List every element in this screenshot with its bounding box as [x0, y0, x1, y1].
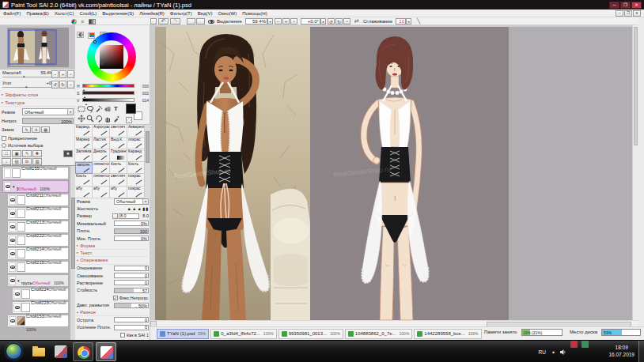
brush-cell[interactable]: светляч: [110, 174, 127, 187]
quick-color-wheel-icon[interactable]: [71, 18, 77, 25]
zoom-reset-button[interactable]: ▫: [290, 18, 297, 25]
menu-help[interactable]: Помощь(H): [242, 11, 267, 16]
selection-tool-button-2[interactable]: [196, 18, 205, 25]
rotate-ccw-button[interactable]: ↺: [328, 18, 335, 25]
quick-menu-icon[interactable]: ≡: [81, 18, 84, 25]
visibility-toggle[interactable]: [9, 222, 16, 232]
size-unit-button[interactable]: [112, 213, 118, 219]
close-button[interactable]: ✕: [631, 2, 642, 9]
hue-marker[interactable]: [93, 40, 97, 43]
brush-cell[interactable]: Кисть: [110, 162, 127, 175]
navigator-panel[interactable]: [0, 25, 75, 70]
brush-cell[interactable]: Выд.К.: [110, 138, 127, 150]
scale-reset-button[interactable]: ▫: [67, 70, 74, 78]
doc-tab-active[interactable]: TYaN (1).psd59%: [157, 329, 209, 339]
quick-gradient-icon[interactable]: [89, 18, 96, 25]
lock-move-icon[interactable]: ✛: [32, 126, 40, 133]
scale-plus-button[interactable]: +: [59, 70, 66, 78]
blur-pressure-slider[interactable]: .. 50%: [114, 303, 149, 308]
menu-ruler[interactable]: Линейка(R): [139, 11, 165, 16]
brush-cell[interactable]: покрас: [127, 138, 145, 150]
scrollbar-thumb[interactable]: [71, 198, 75, 269]
text-tool[interactable]: T: [112, 104, 120, 113]
taskbar-clock[interactable]: 18:0916.07.2019: [608, 344, 635, 359]
smoothing-dropdown-button[interactable]: ▾: [406, 18, 411, 25]
menu-file[interactable]: Файл(F): [3, 11, 21, 16]
texture-section2[interactable]: ▸Текст.: [75, 250, 150, 257]
angle-slider-marker[interactable]: ▲: [25, 85, 28, 89]
menu-view[interactable]: Вид(V): [198, 11, 213, 16]
brush-cell[interactable]: Аэрограф: [93, 125, 110, 138]
scale-slider-marker[interactable]: ▲: [22, 74, 25, 78]
lock-alpha-icon[interactable]: ▩: [41, 126, 50, 133]
transparent-color-swatch[interactable]: [126, 117, 132, 123]
brush-cell[interactable]: абу: [110, 187, 127, 199]
scale-slider[interactable]: [2, 77, 51, 77]
layer-mode-dropdown[interactable]: Обычный ▾: [22, 108, 74, 115]
saturation-slider[interactable]: [82, 91, 134, 96]
selection-tool-button-1[interactable]: [187, 18, 195, 25]
layer-row-215[interactable]: Слой215Обычный 86%: [7, 261, 69, 273]
selection-source-row[interactable]: Источник выбора: [0, 141, 75, 149]
layer-row-155[interactable]: Слой155Обычный 100%: [2, 167, 69, 179]
scale-minus-button[interactable]: −: [51, 70, 59, 78]
visibility-toggle[interactable]: [9, 209, 16, 218]
toolbar-spacer-button[interactable]: [150, 18, 157, 25]
eyedropper-tool[interactable]: [112, 114, 120, 123]
brush-cell[interactable]: абу: [93, 187, 110, 199]
sai1-row[interactable]: Как в SAI 1: [75, 331, 150, 338]
color-wheel-tab[interactable]: [77, 32, 84, 38]
brush-grid-scrollbar[interactable]: [145, 125, 150, 198]
angle-dropdown-button[interactable]: ▾: [320, 18, 326, 25]
sharpness-value-box[interactable]: 0: [114, 317, 149, 322]
canvas-vertical-scrollbar[interactable]: [632, 25, 638, 320]
doc-close-button[interactable]: ✕: [633, 10, 641, 17]
lasso-tool[interactable]: [85, 104, 94, 113]
size-value-box[interactable]: 8.0: [119, 213, 139, 219]
visibility-toggle[interactable]: [13, 289, 21, 299]
zoom-tool[interactable]: [85, 114, 94, 123]
zoom-out-button[interactable]: −: [275, 18, 282, 25]
menu-window[interactable]: Окно(W): [218, 11, 237, 16]
selection-pen-tool[interactable]: [103, 104, 112, 113]
new-folder-button[interactable]: ▣: [12, 150, 21, 157]
menu-edit[interactable]: Правка(E): [26, 11, 48, 16]
doc-tab[interactable]: 99350981_0013...100%: [278, 329, 343, 339]
visibility-toggle[interactable]: [4, 168, 11, 178]
brush-cell[interactable]: Заливка: [75, 149, 93, 162]
dilution-value-box[interactable]: 0: [114, 280, 149, 285]
menu-selection[interactable]: Выделение(S): [102, 11, 134, 16]
min-size-value-box[interactable]: 0%: [114, 221, 149, 226]
visibility-toggle[interactable]: [4, 182, 11, 191]
layer-row-153[interactable]: Слой153Обычный 100%: [7, 315, 69, 327]
brush-cell[interactable]: покрас: [127, 174, 145, 187]
flip-icon[interactable]: ⇄: [354, 18, 359, 25]
zoom-in-button[interactable]: +: [282, 18, 290, 25]
volume-icon[interactable]: [559, 341, 566, 362]
brush-cell[interactable]: Деколь: [93, 149, 110, 162]
advance-section[interactable]: ▾Опережание: [75, 257, 150, 264]
tray-expand-icon[interactable]: ▲: [551, 341, 555, 362]
move-tool[interactable]: [77, 114, 85, 123]
angle-reset-button[interactable]: ▫: [343, 18, 350, 25]
clipping-checkbox[interactable]: [2, 136, 6, 141]
magic-wand-tool[interactable]: [94, 104, 103, 113]
chrome-taskbar-button[interactable]: [73, 342, 93, 361]
density-boost-value-box[interactable]: 0: [114, 325, 149, 330]
angle-value-box[interactable]: +0.0°: [301, 18, 320, 25]
tray-language[interactable]: RU: [539, 341, 546, 362]
brush-cell[interactable]: ляпнется: [93, 162, 110, 175]
brush-cell[interactable]: Ластик: [93, 138, 110, 150]
brush-mode-dropdown[interactable]: Обычный▾: [114, 198, 149, 205]
rotate-cw-button[interactable]: ↻: [335, 18, 343, 25]
sv-marker[interactable]: [100, 62, 104, 65]
hue-slider[interactable]: [82, 84, 134, 89]
brush-cell[interactable]: Маркер: [75, 138, 93, 150]
duplicate-layer-button[interactable]: ⧉: [22, 158, 32, 165]
start-button[interactable]: [6, 343, 22, 360]
sai-taskbar-button[interactable]: [51, 342, 71, 361]
value-slider[interactable]: [82, 98, 134, 103]
brush-cell[interactable]: светляч: [110, 125, 127, 138]
menu-filter[interactable]: Фильтр(T): [170, 11, 192, 16]
brush-cell[interactable]: Кисть: [127, 162, 145, 175]
